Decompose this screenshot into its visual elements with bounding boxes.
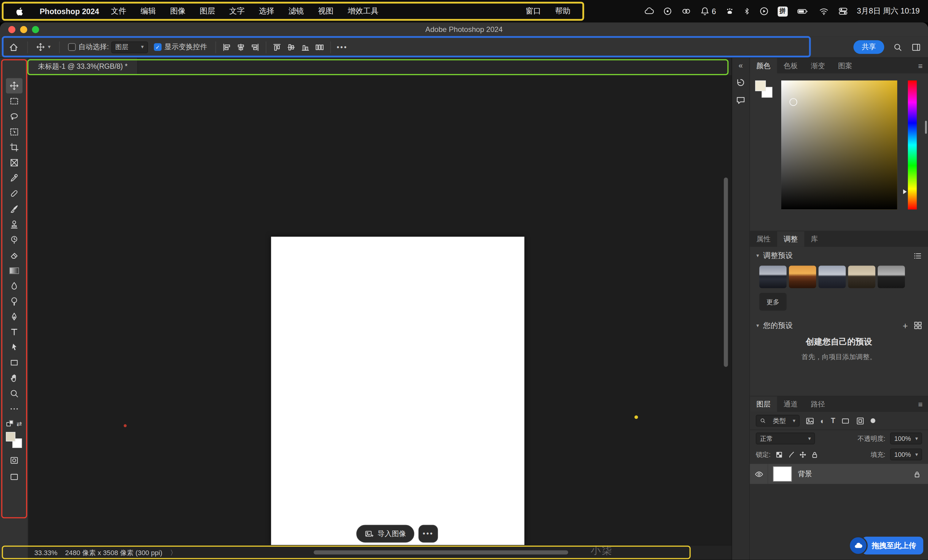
- blend-mode-dropdown[interactable]: 正常 ▾: [756, 433, 815, 444]
- lasso-tool[interactable]: [6, 109, 22, 124]
- object-selection-tool[interactable]: [6, 124, 22, 140]
- gradient-tool[interactable]: [6, 263, 22, 278]
- share-button[interactable]: 共享: [853, 40, 884, 54]
- opacity-field[interactable]: 100% ▾: [890, 433, 922, 444]
- blur-tool[interactable]: [6, 278, 22, 293]
- hand-tool[interactable]: [6, 370, 22, 386]
- grid-view-icon[interactable]: [914, 322, 922, 330]
- fill-field[interactable]: 100% ▾: [890, 449, 922, 461]
- cloud-sync-icon[interactable]: [644, 6, 654, 16]
- tab-properties[interactable]: 属性: [750, 232, 777, 247]
- move-tool[interactable]: [6, 78, 22, 93]
- preset-thumbnail[interactable]: [759, 266, 787, 288]
- menu-window[interactable]: 窗口: [518, 6, 548, 17]
- menu-edit[interactable]: 编辑: [133, 6, 163, 17]
- screen-mirroring-icon[interactable]: [759, 6, 769, 16]
- foreground-color-swatch[interactable]: [6, 432, 15, 441]
- align-center-h-icon[interactable]: [236, 43, 246, 52]
- preset-thumbnail[interactable]: [789, 266, 816, 288]
- healing-brush-tool[interactable]: [6, 186, 22, 201]
- clone-stamp-tool[interactable]: [6, 217, 22, 232]
- quick-mask-button[interactable]: [6, 453, 22, 468]
- horizontal-scrollbar[interactable]: [313, 550, 568, 554]
- canvas[interactable]: 导入图像 •••: [29, 75, 732, 545]
- tab-swatches[interactable]: 色板: [777, 58, 804, 73]
- layer-visibility-toggle[interactable]: [750, 464, 768, 484]
- hue-slider[interactable]: [908, 81, 917, 209]
- menu-file[interactable]: 文件: [104, 6, 133, 17]
- shape-layer-filter-icon[interactable]: [841, 416, 850, 425]
- tab-channels[interactable]: 通道: [777, 396, 804, 412]
- collapse-panels-icon[interactable]: «: [739, 61, 743, 70]
- more-presets-button[interactable]: 更多: [759, 293, 787, 311]
- show-transform-checkbox[interactable]: ✓显示变换控件: [154, 42, 207, 52]
- layer-filter-dropdown[interactable]: 类型 ▾: [756, 415, 800, 427]
- frame-tool[interactable]: [6, 155, 22, 170]
- document-page[interactable]: [271, 237, 525, 545]
- document-tab[interactable]: 未标题-1 @ 33.3%(RGB/8) *: [29, 58, 138, 75]
- bluetooth-icon[interactable]: [743, 6, 750, 16]
- type-tool[interactable]: [6, 324, 22, 340]
- smart-object-filter-icon[interactable]: [856, 416, 865, 425]
- zoom-tool[interactable]: [6, 386, 22, 401]
- marquee-tool[interactable]: [6, 94, 22, 109]
- search-icon[interactable]: [893, 43, 902, 52]
- pixel-layer-filter-icon[interactable]: [806, 416, 814, 425]
- menu-image[interactable]: 图像: [163, 6, 192, 17]
- menu-help[interactable]: 帮助: [548, 6, 578, 17]
- dock-scrollbar[interactable]: [925, 121, 927, 134]
- minimize-button[interactable]: [20, 26, 27, 33]
- drag-to-upload-button[interactable]: 拖拽至此上传: [862, 537, 923, 554]
- preset-thumbnail[interactable]: [878, 266, 905, 288]
- auto-select-target-dropdown[interactable]: 图层▾: [111, 41, 148, 53]
- align-right-icon[interactable]: [250, 43, 260, 52]
- eyedropper-tool[interactable]: [6, 170, 22, 186]
- lock-all-icon[interactable]: [811, 451, 819, 458]
- zoom-button[interactable]: [32, 26, 39, 33]
- menubar-clock[interactable]: 3月8日 周六 10:19: [857, 6, 920, 17]
- lock-position-icon[interactable]: [799, 451, 807, 458]
- rectangle-tool[interactable]: [6, 355, 22, 370]
- list-view-icon[interactable]: [913, 251, 922, 260]
- tab-gradients[interactable]: 渐变: [804, 58, 832, 73]
- layer-row-background[interactable]: 背景: [750, 464, 928, 484]
- distribute-icon[interactable]: [315, 43, 324, 52]
- control-center-icon[interactable]: [838, 6, 848, 16]
- eraser-tool[interactable]: [6, 247, 22, 263]
- paw-icon[interactable]: [725, 6, 734, 16]
- pen-tool[interactable]: [6, 309, 22, 324]
- menu-layer[interactable]: 图层: [192, 6, 222, 17]
- lock-image-icon[interactable]: [787, 451, 795, 458]
- battery-icon[interactable]: [797, 6, 809, 16]
- saturation-brightness-field[interactable]: [781, 81, 897, 209]
- input-method-badge[interactable]: 拼: [777, 6, 788, 16]
- align-bottom-icon[interactable]: [301, 43, 310, 52]
- color-field-marker[interactable]: [789, 98, 797, 106]
- dodge-tool[interactable]: [6, 293, 22, 309]
- preset-thumbnail[interactable]: [818, 266, 846, 288]
- screen-record-icon[interactable]: [663, 6, 672, 16]
- tab-patterns[interactable]: 图案: [832, 58, 859, 73]
- tab-libraries[interactable]: 库: [804, 232, 824, 247]
- zoom-level-field[interactable]: 33.33%: [34, 549, 57, 556]
- screen-mode-button[interactable]: [6, 469, 22, 484]
- hue-slider-marker[interactable]: [903, 189, 907, 194]
- vertical-scrollbar[interactable]: [724, 177, 728, 367]
- brush-tool[interactable]: [6, 201, 22, 217]
- layer-lock-badge[interactable]: [913, 470, 921, 478]
- your-presets-header[interactable]: ▾ 您的预设 +: [750, 317, 928, 334]
- comments-panel-icon[interactable]: [736, 95, 746, 105]
- tool-preset-dropdown[interactable]: ▾: [36, 43, 51, 52]
- color-swatches[interactable]: [6, 432, 22, 448]
- tab-layers[interactable]: 图层: [750, 396, 777, 412]
- import-more-button[interactable]: •••: [418, 525, 438, 543]
- status-chevron-icon[interactable]: 〉: [170, 548, 177, 557]
- panel-menu-icon[interactable]: ≡: [918, 396, 923, 412]
- edit-toolbar-button[interactable]: [6, 401, 22, 417]
- foreground-color-swatch[interactable]: [755, 81, 766, 91]
- creative-cloud-upload-icon[interactable]: [849, 536, 868, 555]
- menu-view[interactable]: 视图: [311, 6, 340, 17]
- align-top-icon[interactable]: [272, 43, 282, 52]
- menu-filter[interactable]: 滤镜: [281, 6, 311, 17]
- import-image-button[interactable]: 导入图像: [356, 525, 414, 543]
